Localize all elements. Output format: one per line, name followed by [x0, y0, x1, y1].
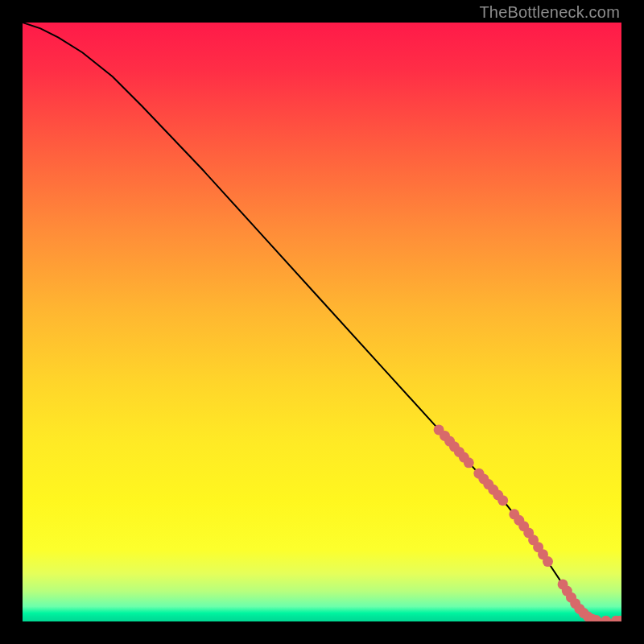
curve-marker: [497, 495, 508, 506]
chart-stage: TheBottleneck.com: [0, 0, 644, 644]
curve-marker: [543, 556, 553, 567]
chart-svg: [23, 23, 621, 621]
curve-marker: [601, 616, 611, 621]
plot-area: [23, 23, 621, 621]
curve-marker: [464, 457, 474, 468]
curve-markers: [434, 424, 621, 621]
source-label: TheBottleneck.com: [479, 3, 620, 22]
